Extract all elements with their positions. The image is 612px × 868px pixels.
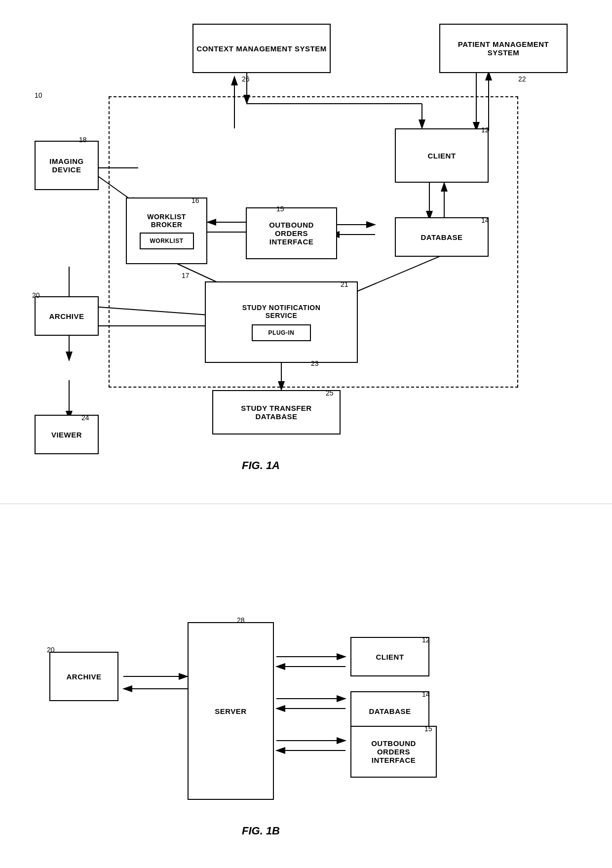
client-box-1a: CLIENT xyxy=(395,128,489,183)
label-20-1a: 20 xyxy=(32,291,40,299)
database-label-1a: DATABASE xyxy=(421,233,462,241)
study-transfer-box: STUDY TRANSFERDATABASE xyxy=(212,390,341,434)
study-notification-box: STUDY NOTIFICATIONSERVICE PLUG-IN xyxy=(205,281,358,363)
outbound-orders-label-1a: OUTBOUNDORDERSINTERFACE xyxy=(269,221,314,246)
client-box-1b: CLIENT xyxy=(350,637,429,676)
imaging-device-label: IMAGINGDEVICE xyxy=(49,157,83,174)
outbound-orders-label-1b: OUTBOUNDORDERSINTERFACE xyxy=(371,739,416,764)
label-21: 21 xyxy=(341,280,348,288)
client-label-1a: CLIENT xyxy=(427,152,456,160)
label-28: 28 xyxy=(237,616,245,624)
archive-label-1b: ARCHIVE xyxy=(66,672,101,681)
database-label-1b: DATABASE xyxy=(369,707,411,715)
label-10: 10 xyxy=(35,91,42,99)
label-24: 24 xyxy=(81,414,89,422)
label-20-1b: 20 xyxy=(47,646,55,654)
database-box-1a: DATABASE xyxy=(395,217,489,257)
context-mgmt-label: CONTEXT MANAGEMENT SYSTEM xyxy=(196,44,326,53)
label-12-1a: 12 xyxy=(481,126,489,134)
server-label: SERVER xyxy=(215,707,246,715)
plugin-label: PLUG-IN xyxy=(268,329,295,336)
diagram-container: 10 CONTEXT MANAGEMENT SYSTEM 26 PATIENT … xyxy=(0,0,612,868)
client-label-1b: CLIENT xyxy=(376,653,404,661)
label-15-1b: 15 xyxy=(424,725,432,733)
fig1a-label: FIG. 1A xyxy=(242,459,280,472)
patient-mgmt-box: PATIENT MANAGEMENTSYSTEM xyxy=(439,24,568,73)
archive-box-1a: ARCHIVE xyxy=(35,296,99,336)
patient-mgmt-label: PATIENT MANAGEMENTSYSTEM xyxy=(458,40,549,57)
label-23: 23 xyxy=(311,359,319,367)
archive-box-1b: ARCHIVE xyxy=(49,652,118,701)
label-12-1b: 12 xyxy=(422,636,430,644)
worklist-broker-label: WORKLISTBROKER xyxy=(127,213,206,229)
study-transfer-label: STUDY TRANSFERDATABASE xyxy=(241,404,311,421)
fig1b-label: FIG. 1B xyxy=(242,825,280,837)
worklist-label: WORKLIST xyxy=(150,237,184,244)
worklist-inner-box: WORKLIST xyxy=(140,233,194,249)
outbound-orders-box-1b: OUTBOUNDORDERSINTERFACE xyxy=(350,726,437,778)
viewer-label: VIEWER xyxy=(51,431,82,439)
label-14-1b: 14 xyxy=(422,690,430,698)
label-26: 26 xyxy=(242,75,250,83)
context-mgmt-box: CONTEXT MANAGEMENT SYSTEM xyxy=(192,24,331,73)
label-17: 17 xyxy=(182,272,190,279)
label-16: 16 xyxy=(191,197,199,204)
label-25: 25 xyxy=(326,389,334,397)
worklist-broker-box: WORKLISTBROKER WORKLIST xyxy=(126,197,207,264)
label-22: 22 xyxy=(518,75,526,83)
outbound-orders-box-1a: OUTBOUNDORDERSINTERFACE xyxy=(246,207,337,259)
label-18: 18 xyxy=(79,136,87,144)
plugin-inner-box: PLUG-IN xyxy=(252,324,311,341)
archive-label-1a: ARCHIVE xyxy=(49,312,84,320)
label-14-1a: 14 xyxy=(481,216,489,224)
imaging-device-box: IMAGINGDEVICE xyxy=(35,141,99,190)
database-box-1b: DATABASE xyxy=(350,691,429,731)
divider xyxy=(0,504,612,504)
server-box: SERVER xyxy=(188,622,274,800)
label-15-1a: 15 xyxy=(276,205,284,213)
study-notification-label: STUDY NOTIFICATIONSERVICE xyxy=(206,304,357,319)
